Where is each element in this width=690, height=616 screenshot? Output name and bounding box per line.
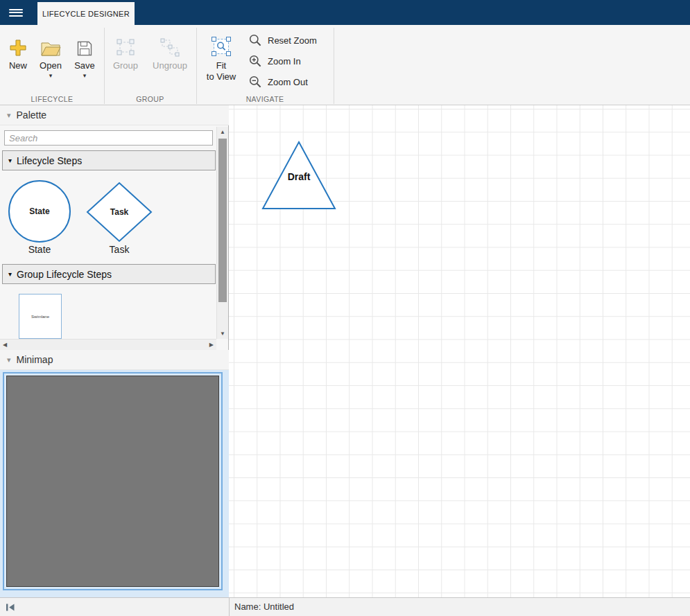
canvas-node-draft[interactable]: Draft xyxy=(260,139,338,212)
skip-to-start-icon xyxy=(6,603,16,612)
draft-node-label: Draft xyxy=(288,171,311,182)
zoom-out-button[interactable]: Zoom Out xyxy=(248,72,336,91)
palette-item-task[interactable]: Task xyxy=(86,182,153,243)
palette-vertical-scrollbar[interactable]: ▲ ▼ xyxy=(216,127,228,339)
fit-to-view-label: Fit to View xyxy=(207,60,236,82)
left-panel: ▾ Palette ▾ Lifecycle Steps State State … xyxy=(0,105,229,597)
zoom-in-label: Zoom In xyxy=(268,56,301,67)
group-icon xyxy=(115,32,136,57)
ungroup-icon xyxy=(159,32,180,57)
save-button-label: Save xyxy=(74,60,95,71)
save-button[interactable]: Save ▾ xyxy=(69,28,100,103)
ungroup-button[interactable]: Ungroup xyxy=(147,28,193,103)
accordion-title-group-lifecycle-steps: Group Lifecycle Steps xyxy=(17,269,112,280)
hamburger-icon xyxy=(9,7,23,18)
open-dropdown-caret-icon[interactable]: ▾ xyxy=(49,72,53,79)
titlebar: LIFECYCLE DESIGNER xyxy=(0,0,690,25)
section-label-group: GROUP xyxy=(104,94,196,104)
group-button[interactable]: Group xyxy=(107,28,144,103)
palette-search-input[interactable] xyxy=(4,130,213,146)
reset-zoom-icon xyxy=(248,33,262,47)
palette-item-state[interactable]: State xyxy=(7,179,72,244)
accordion-chevron-icon: ▾ xyxy=(8,270,12,278)
ungroup-button-label: Ungroup xyxy=(153,60,187,71)
section-label-navigate: NAVIGATE xyxy=(196,94,334,104)
palette-header[interactable]: ▾ Palette xyxy=(0,105,229,125)
palette-title: Palette xyxy=(17,109,47,121)
accordion-lifecycle-steps[interactable]: ▾ Lifecycle Steps xyxy=(2,150,216,170)
save-dropdown-caret-icon[interactable]: ▾ xyxy=(83,72,87,79)
zoom-out-label: Zoom Out xyxy=(268,77,308,87)
swimlane-shape-label: Swimlane xyxy=(31,315,49,319)
task-shape-label: Task xyxy=(110,207,129,217)
collapse-panel-button[interactable] xyxy=(4,602,17,613)
new-button-label: New xyxy=(9,60,27,71)
toolstrip-separator xyxy=(334,28,334,104)
statusbar: Name: Untitled xyxy=(0,597,690,616)
main-body: ▾ Palette ▾ Lifecycle Steps State State … xyxy=(0,105,690,597)
reset-zoom-label: Reset Zoom xyxy=(268,35,317,46)
save-disk-icon xyxy=(76,32,93,57)
open-button[interactable]: Open ▾ xyxy=(34,28,67,103)
toolstrip-separator xyxy=(104,28,105,104)
palette-item-swimlane[interactable]: Swimlane xyxy=(19,294,62,339)
section-label-lifecycle: LIFECYCLE xyxy=(0,94,104,104)
lifecycle-designer-window: LIFECYCLE DESIGNER New Open ▾ xyxy=(0,0,690,616)
state-shape-label: State xyxy=(29,206,50,216)
scroll-left-icon[interactable]: ◀ xyxy=(3,340,7,351)
reset-zoom-button[interactable]: Reset Zoom xyxy=(248,30,336,50)
diagram-canvas[interactable]: Draft xyxy=(229,105,690,597)
minimap-header[interactable]: ▾ Minimap xyxy=(0,350,229,370)
statusbar-separator xyxy=(229,598,230,616)
palette-horizontal-scrollbar[interactable]: ◀ ▶ xyxy=(0,339,216,350)
accordion-group-lifecycle-steps[interactable]: ▾ Group Lifecycle Steps xyxy=(2,264,216,284)
new-plus-icon xyxy=(9,32,27,57)
minimap-collapse-chevron-icon: ▾ xyxy=(7,355,11,364)
palette-collapse-chevron-icon: ▾ xyxy=(7,111,11,120)
minimap-view-rect[interactable] xyxy=(6,376,219,587)
fit-to-view-button[interactable]: Fit to View xyxy=(201,28,241,103)
vertical-scrollbar-thumb[interactable] xyxy=(218,139,227,302)
group-button-label: Group xyxy=(113,60,138,71)
accordion-chevron-icon: ▾ xyxy=(8,157,12,164)
minimap-viewport[interactable] xyxy=(3,372,223,590)
toolstrip: New Open ▾ Save ▾ xyxy=(0,25,690,105)
tab-lifecycle-designer[interactable]: LIFECYCLE DESIGNER xyxy=(37,2,135,25)
open-button-label: Open xyxy=(40,60,62,71)
palette-item-state-caption: State xyxy=(7,244,72,255)
menu-button[interactable] xyxy=(0,0,32,25)
new-button[interactable]: New xyxy=(3,28,33,103)
zoom-in-icon xyxy=(248,54,262,68)
zoom-out-icon xyxy=(248,75,262,89)
scroll-up-icon[interactable]: ▲ xyxy=(217,129,228,135)
diagram-name-label: Name: Untitled xyxy=(234,598,294,616)
zoom-in-button[interactable]: Zoom In xyxy=(248,51,336,71)
scroll-right-icon[interactable]: ▶ xyxy=(209,340,214,351)
accordion-title-lifecycle-steps: Lifecycle Steps xyxy=(17,155,82,166)
minimap xyxy=(0,370,229,597)
scroll-down-icon[interactable]: ▼ xyxy=(217,331,228,337)
fit-to-view-icon xyxy=(211,32,232,57)
minimap-title: Minimap xyxy=(17,354,53,365)
toolstrip-separator xyxy=(196,28,197,104)
palette-item-task-caption: Task xyxy=(86,244,153,255)
open-folder-icon xyxy=(40,32,61,57)
